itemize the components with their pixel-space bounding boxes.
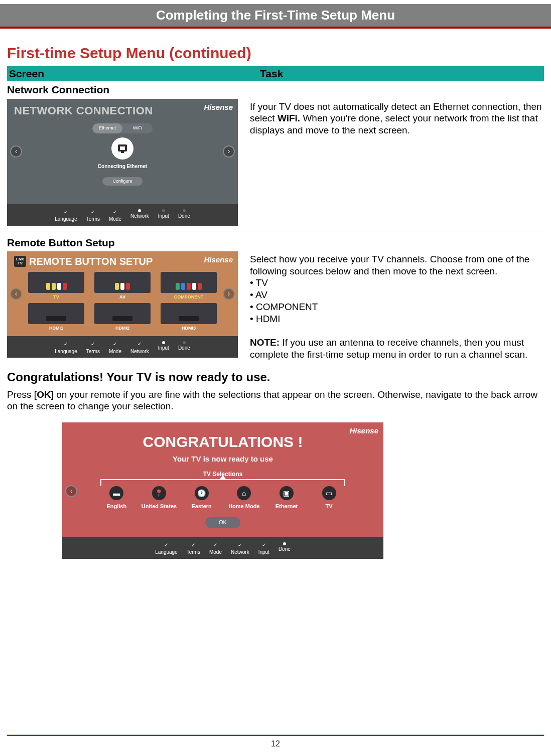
cg-subtitle: Your TV is now ready to use (70, 455, 375, 464)
bullet-hdmi: • HDMI (250, 313, 544, 325)
empty-icon (183, 341, 186, 344)
header-rule (0, 27, 551, 29)
wifi-bold: WiFi. (278, 113, 300, 123)
hisense-logo: Hisense (204, 255, 233, 265)
ethernet-icon: ▣ (280, 486, 294, 500)
table-header: Screen Task (7, 66, 544, 81)
tv-text: TV (18, 261, 23, 265)
live-tv-badge: Live TV (14, 256, 26, 267)
step-input: Input (158, 213, 169, 220)
step-network: Network (231, 549, 249, 556)
remote-button-screenshot: Live TV REMOTE BUTTON SETUP Hisense TV A… (7, 251, 238, 358)
progress-bar: ✓Language ✓Terms ✓Mode ✓Network ✓Input D… (62, 537, 383, 559)
clock-icon: 🕑 (195, 486, 209, 500)
svg-rect-2 (121, 152, 124, 153)
sel-label: Eastern (191, 503, 211, 510)
sel-network: ▣Ethernet (266, 486, 307, 510)
check-icon: ✓ (262, 542, 266, 549)
step-mode: Mode (109, 216, 121, 223)
nav-right-icon[interactable]: › (223, 288, 235, 300)
sel-mode: ⌂Home Mode (224, 486, 264, 510)
task-intro: Select how you receive your TV channels.… (250, 253, 544, 277)
step-terms: Terms (86, 216, 100, 223)
divider (7, 231, 544, 231)
bullet-tv: • TV (250, 277, 544, 289)
hisense-logo: Hisense (204, 103, 233, 112)
input-label: COMPONENT (174, 294, 204, 300)
congratulations-screenshot: Hisense CONGRATULATIONS ! Your TV is now… (62, 422, 383, 559)
hisense-logo: Hisense (349, 426, 378, 436)
flag-icon: ▬ (109, 486, 123, 500)
sel-label: TV (326, 503, 333, 510)
bullet-av: • AV (250, 289, 544, 301)
check-icon: ✓ (191, 542, 195, 549)
step-mode: Mode (109, 349, 121, 355)
ok-button[interactable]: OK (205, 517, 240, 528)
bracket-icon (100, 479, 345, 486)
network-connection-screenshot: NETWORK CONNECTION Hisense Ethernet WiFi… (7, 99, 238, 226)
input-hdmi3[interactable]: HDMI3 (161, 303, 217, 331)
tv-icon: ▭ (322, 486, 336, 500)
col-screen: Screen (9, 67, 260, 80)
configure-button[interactable]: Configure (102, 177, 143, 186)
nav-left-icon[interactable]: ‹ (10, 145, 22, 158)
nav-left-icon[interactable]: ‹ (65, 485, 77, 497)
step-input: Input (258, 549, 269, 556)
input-label: HDMI3 (182, 326, 196, 331)
row-label-remote: Remote Button Setup (7, 236, 544, 249)
input-component[interactable]: COMPONENT (161, 272, 217, 300)
home-icon: ⌂ (237, 486, 251, 500)
step-network: Network (130, 349, 149, 355)
network-task-text: If your TV does not automatically detect… (250, 99, 544, 136)
step-mode: Mode (209, 549, 222, 556)
toggle-ethernet[interactable]: Ethernet (92, 123, 122, 133)
step-language: Language (55, 349, 77, 355)
nav-right-icon[interactable]: › (223, 145, 235, 158)
section-title: First-time Setup Menu (continued) (7, 44, 544, 63)
pin-icon: 📍 (152, 486, 166, 500)
check-icon: ✓ (64, 341, 68, 348)
bullet-component: • COMPONENT (250, 301, 544, 313)
step-done: Done (178, 345, 190, 352)
sel-label: United States (142, 503, 177, 510)
connecting-text: Connecting Ethernet (14, 164, 231, 170)
input-av[interactable]: AV (94, 272, 151, 300)
check-icon: ✓ (113, 341, 117, 348)
check-icon: ✓ (64, 209, 68, 216)
dot-icon (162, 341, 165, 344)
ethernet-wifi-toggle[interactable]: Ethernet WiFi (92, 123, 153, 133)
ethernet-icon (111, 137, 133, 160)
sel-country: 📍United States (139, 486, 179, 510)
sel-label: English (106, 503, 126, 510)
input-hdmi2[interactable]: HDMI2 (94, 303, 151, 331)
input-tv[interactable]: TV (28, 272, 84, 300)
dot-icon (138, 209, 141, 212)
note-text: If you use an antenna to receive channel… (250, 337, 527, 360)
input-hdmi1[interactable]: HDMI1 (28, 303, 84, 331)
check-icon: ✓ (137, 341, 142, 348)
check-icon: ✓ (113, 209, 117, 216)
footer-rule (7, 735, 544, 736)
congrats-heading: Congratulations! Your TV is now ready to… (7, 370, 544, 385)
empty-icon (162, 209, 165, 212)
sel-label: Ethernet (276, 503, 298, 510)
nav-left-icon[interactable]: ‹ (10, 288, 22, 300)
step-terms: Terms (187, 549, 200, 556)
input-label: AV (119, 294, 125, 300)
col-task: Task (260, 67, 283, 80)
input-label: HDMI1 (49, 326, 63, 331)
svg-rect-1 (120, 146, 125, 150)
check-icon: ✓ (164, 542, 168, 549)
progress-bar: ✓Language ✓Terms ✓Mode Network Input Don… (7, 204, 238, 226)
page-number: 12 (0, 739, 551, 749)
progress-bar: ✓Language ✓Terms ✓Mode ✓Network Input Do… (7, 336, 238, 358)
check-icon: ✓ (238, 542, 242, 549)
empty-icon (183, 209, 186, 212)
check-icon: ✓ (213, 542, 217, 549)
toggle-wifi[interactable]: WiFi (122, 123, 153, 133)
row-label-network: Network Connection (7, 83, 544, 96)
step-terms: Terms (86, 349, 100, 355)
sel-english: ▬English (96, 486, 136, 510)
check-icon: ✓ (91, 341, 95, 348)
step-done: Done (178, 213, 190, 220)
